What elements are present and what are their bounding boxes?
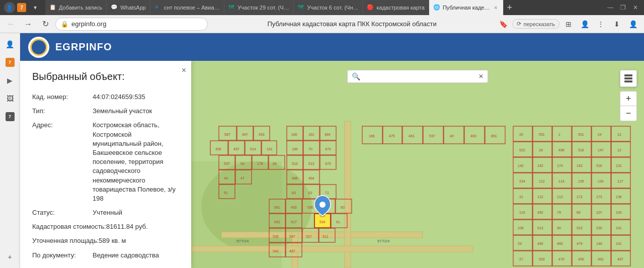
info-row-status: Статус: Учтенный (32, 208, 179, 217)
svg-text:511: 511 (323, 235, 329, 238)
tab-kadastr[interactable]: 🔴 кадастровая карта (363, 0, 429, 15)
label-address: Адрес: (32, 121, 93, 203)
value-type: Земельный участок (93, 107, 152, 116)
window-badge: 7 (17, 3, 26, 12)
info-row-kadastr-number: Кад. номер: 44:07:024659:535 (32, 93, 179, 102)
back-button[interactable]: ← (4, 17, 18, 31)
svg-text:577/24: 577/24 (236, 239, 249, 243)
svg-text:113: 113 (558, 180, 565, 183)
app-logo (28, 37, 49, 58)
tab-plot29[interactable]: 🗺 Участок 29 сот. (Ч… (224, 0, 294, 15)
info-row-type: Тип: Земельный участок (32, 107, 179, 116)
user-btn[interactable]: 👤 (578, 17, 592, 31)
layers-icon (623, 73, 633, 83)
svg-text:479: 479 (558, 257, 565, 261)
retell-label: пересказать (523, 21, 555, 27)
retell-button[interactable]: ⟳ пересказать (512, 19, 559, 29)
svg-text:90: 90 (557, 226, 561, 230)
map-search-clear-btn[interactable]: ✕ (478, 73, 484, 80)
svg-rect-2 (624, 80, 632, 82)
svg-text:174: 174 (557, 164, 563, 167)
map-search-input[interactable] (363, 73, 475, 80)
window-menu-btn[interactable]: ▾ (28, 1, 42, 15)
tab-favicon-2: 💬 (111, 4, 118, 11)
svg-text:47: 47 (240, 176, 245, 180)
svg-rect-9 (191, 246, 473, 252)
svg-text:522: 522 (519, 148, 525, 152)
tab-whatsapp[interactable]: 💬 WhatsApp (107, 0, 150, 15)
new-tab-button[interactable]: + (504, 0, 515, 15)
tab-close-btn[interactable]: ✕ (492, 4, 499, 11)
svg-text:107: 107 (596, 211, 602, 214)
svg-text:493: 493 (291, 206, 297, 209)
map-area[interactable]: 🔍 ✕ + − EGRP 577/24 577/24 587 497 45 (191, 61, 644, 268)
sidebar-icon-plus[interactable]: + (3, 250, 17, 264)
tab-snt[interactable]: ✈ снт полевое – Авиа… (150, 0, 224, 15)
close-btn[interactable]: ✕ (631, 4, 640, 11)
svg-text:1: 1 (558, 133, 560, 136)
tab-favicon-1: 📋 (49, 4, 56, 11)
more-btn[interactable]: ⋮ (594, 17, 608, 31)
tab-add-record[interactable]: 📋 Добавить запись (45, 0, 107, 15)
svg-text:147: 147 (598, 148, 604, 152)
svg-text:520: 520 (539, 257, 545, 261)
svg-text:501: 501 (578, 133, 584, 136)
svg-text:173: 173 (596, 195, 602, 199)
svg-text:516: 516 (578, 148, 584, 152)
sidebar-icon-play[interactable]: ▶ (3, 73, 17, 87)
tab-favicon-6: 🔴 (367, 4, 374, 11)
svg-text:467: 467 (617, 257, 623, 261)
svg-text:539: 539 (273, 235, 279, 238)
svg-text:196: 196 (292, 147, 298, 151)
svg-text:537: 537 (429, 134, 435, 138)
svg-text:577/24: 577/24 (377, 239, 390, 243)
retell-icon: ⟳ (517, 21, 521, 27)
svg-text:464: 464 (308, 176, 314, 180)
label-kadastr-cost: Кадастровая стоимость: (32, 222, 106, 231)
tab-plot6[interactable]: 🗺 Участок 6 сот. (Чн… (294, 0, 363, 15)
info-row-address: Адрес: Костромская область, Костромской … (32, 121, 179, 203)
map-layer-button[interactable] (620, 70, 637, 87)
svg-text:466: 466 (292, 176, 298, 180)
forward-button[interactable]: → (21, 17, 35, 31)
sidebar-icon-badge[interactable]: 7 (3, 55, 17, 69)
minimize-btn[interactable]: — (605, 4, 615, 11)
tab-favicon-7: 🌐 (433, 4, 440, 11)
svg-text:497: 497 (242, 133, 248, 136)
sidebar-icon-image[interactable]: 🖼 (3, 92, 17, 106)
sidebar-icon-profile[interactable]: 👤 (3, 37, 17, 51)
info-panel-title: Выбранный объект: (32, 71, 179, 82)
info-panel: × Выбранный объект: Кад. номер: 44:07:02… (20, 61, 191, 268)
svg-text:60: 60 (341, 206, 345, 209)
profile-icon[interactable]: 👤 (4, 2, 15, 13)
label-doc: По документу: (32, 251, 93, 260)
tab-public-kadastr[interactable]: 🌐 Публичная каде… ✕ (429, 0, 504, 15)
svg-text:12: 12 (617, 133, 621, 136)
map-zoom-in-btn[interactable]: + (620, 91, 637, 106)
sidebar-toggle-btn[interactable]: 👤 (626, 17, 640, 31)
bookmark-btn[interactable]: 🔖 (496, 17, 510, 31)
svg-text:70: 70 (308, 147, 312, 151)
label-type: Тип: (32, 107, 93, 116)
svg-text:490: 490 (537, 242, 543, 245)
map-search-bar[interactable]: 🔍 ✕ (347, 70, 488, 83)
value-status: Учтенный (93, 208, 122, 217)
svg-text:31: 31 (519, 195, 523, 199)
info-panel-close-btn[interactable]: × (182, 66, 186, 75)
svg-text:587: 587 (224, 133, 230, 136)
app-header: EGRPINFO (20, 33, 644, 61)
extensions-btn[interactable]: ⊞ (561, 17, 576, 31)
map-zoom-out-btn[interactable]: − (620, 106, 637, 121)
svg-text:230: 230 (596, 226, 602, 230)
svg-text:467: 467 (289, 249, 295, 253)
reload-button[interactable]: ↻ (38, 17, 52, 31)
download-btn[interactable]: ⬇ (610, 17, 624, 31)
svg-text:541: 541 (274, 206, 280, 209)
toolbar-actions: 🔖 ⟳ пересказать ⊞ 👤 ⋮ ⬇ 👤 (496, 17, 640, 31)
sidebar-icon-badge2[interactable]: 7 (3, 110, 17, 124)
address-bar[interactable]: 🔒 egrpinfo.org (55, 18, 208, 31)
restore-btn[interactable]: ❐ (618, 4, 628, 11)
svg-text:496: 496 (558, 148, 565, 152)
value-doc: Ведение садоводства (93, 251, 159, 260)
value-area: 589 кв. м (99, 236, 126, 245)
